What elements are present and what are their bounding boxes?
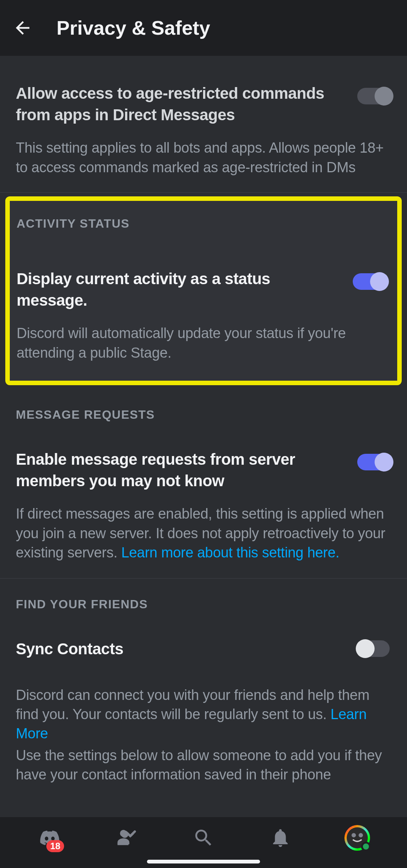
bell-icon xyxy=(269,827,291,849)
activity-status-row[interactable]: Display current activity as a status mes… xyxy=(17,268,387,311)
svg-point-2 xyxy=(359,833,363,837)
activity-status-desc: Discord will automatically update your s… xyxy=(17,324,387,363)
message-requests-toggle[interactable] xyxy=(357,453,391,472)
message-requests-label: Enable message requests from server memb… xyxy=(16,449,346,491)
nav-friends[interactable] xyxy=(112,823,142,853)
message-requests-header: MESSAGE REQUESTS xyxy=(16,408,391,422)
nav-profile[interactable] xyxy=(342,823,372,853)
friends-icon xyxy=(116,827,138,849)
header: Privacy & Safety xyxy=(0,0,407,56)
home-indicator xyxy=(147,860,260,863)
message-requests-section: MESSAGE REQUESTS Enable message requests… xyxy=(0,389,407,579)
find-friends-section: FIND YOUR FRIENDS Sync Contacts Discord … xyxy=(0,579,407,784)
age-restricted-section: Allow access to age-restricted commands … xyxy=(0,56,407,193)
svg-point-1 xyxy=(352,833,356,837)
message-requests-desc: If direct messages are enabled, this set… xyxy=(16,504,391,562)
notification-badge: 18 xyxy=(46,840,64,852)
nav-search[interactable] xyxy=(188,823,219,853)
nav-home[interactable]: 18 xyxy=(35,823,65,853)
age-restricted-row[interactable]: Allow access to age-restricted commands … xyxy=(16,83,391,126)
message-requests-row[interactable]: Enable message requests from server memb… xyxy=(16,449,391,491)
activity-status-label: Display current activity as a status mes… xyxy=(17,268,341,311)
back-button[interactable] xyxy=(11,17,34,39)
avatar xyxy=(344,825,370,851)
age-restricted-toggle[interactable] xyxy=(357,87,391,106)
sync-contacts-desc-2: Use the settings below to allow someone … xyxy=(16,746,391,785)
activity-status-highlight: ACTIVITY STATUS Display current activity… xyxy=(5,196,402,385)
search-icon xyxy=(193,827,214,849)
sync-contacts-label: Sync Contacts xyxy=(16,638,346,660)
find-friends-header: FIND YOUR FRIENDS xyxy=(16,597,391,611)
settings-content: Allow access to age-restricted commands … xyxy=(0,56,407,817)
learn-more-link[interactable]: Learn more about this setting here. xyxy=(121,545,340,560)
sync-contacts-toggle[interactable] xyxy=(357,639,391,658)
sync-contacts-row[interactable]: Sync Contacts xyxy=(16,638,391,660)
activity-status-header: ACTIVITY STATUS xyxy=(17,217,387,231)
activity-status-toggle[interactable] xyxy=(353,272,387,291)
svg-point-0 xyxy=(120,830,127,837)
nav-notifications[interactable] xyxy=(265,823,295,853)
sync-contacts-desc: Discord can connect you with your friend… xyxy=(16,686,391,744)
online-status-indicator xyxy=(361,842,371,851)
page-title: Privacy & Safety xyxy=(57,17,210,39)
age-restricted-label: Allow access to age-restricted commands … xyxy=(16,83,346,126)
age-restricted-desc: This setting applies to all bots and app… xyxy=(16,138,391,177)
arrow-left-icon xyxy=(12,18,33,38)
